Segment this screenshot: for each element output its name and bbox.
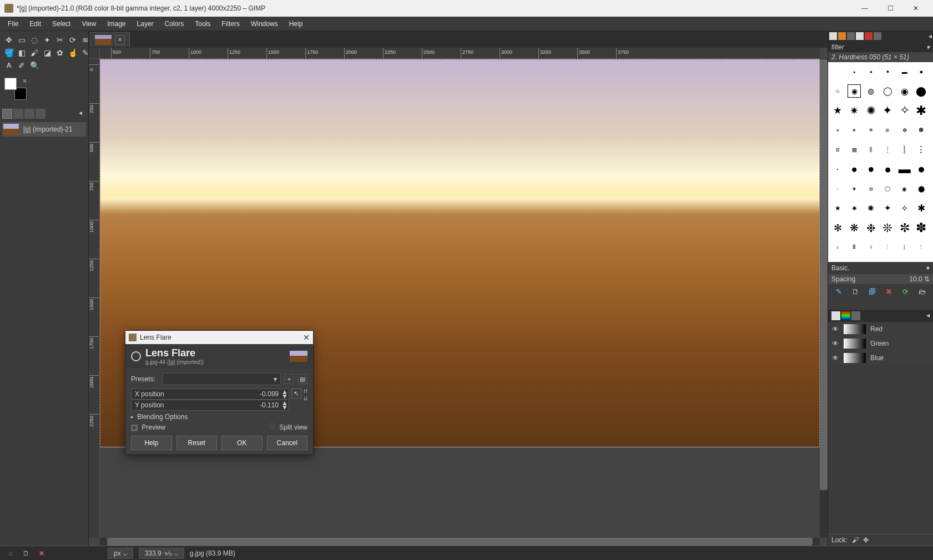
canvas-viewport[interactable] — [100, 59, 820, 538]
ruler-horizontal[interactable]: 5007501000125015001750200022502500275030… — [100, 48, 820, 59]
brush-item[interactable]: ✺ — [865, 202, 877, 214]
tab-close-icon[interactable]: ✕ — [115, 35, 125, 45]
edit-brush-icon[interactable]: ✎ — [834, 286, 844, 296]
image-tab[interactable]: ✕ — [90, 32, 130, 47]
channel-row[interactable]: 👁 Red — [828, 322, 933, 336]
split-view-checkbox[interactable]: Split view — [269, 423, 307, 431]
brush-item[interactable]: ⦙ — [881, 241, 894, 254]
brush-item[interactable]: ● — [848, 163, 860, 175]
brush-item[interactable]: ❊ — [881, 222, 894, 234]
brush-item[interactable]: ● — [881, 65, 894, 78]
brush-item[interactable]: ✦ — [881, 202, 894, 214]
lens-flare-dialog[interactable]: Lens Flare ✕ Lens Flare g.jpg-44 ([g] (i… — [125, 330, 314, 455]
free-select-tool[interactable]: ◌ — [29, 34, 40, 46]
brushes-dock-tab[interactable] — [829, 32, 837, 40]
brush-item[interactable]: ✽ — [915, 222, 927, 234]
manage-preset-icon[interactable]: ▤ — [297, 374, 307, 384]
visibility-icon[interactable]: 👁 — [831, 340, 839, 347]
brush-item[interactable]: ● — [865, 65, 877, 78]
blending-options-expander[interactable]: ▸ Blending Options — [131, 413, 307, 421]
unit-select[interactable]: px⌵ — [108, 548, 133, 559]
open-brush-icon[interactable]: 🗁 — [917, 286, 927, 296]
reset-button[interactable]: Reset — [176, 436, 218, 450]
menu-filters[interactable]: Filters — [216, 18, 245, 30]
lock-pixels-icon[interactable]: 🖌 — [852, 536, 859, 544]
zoom-select[interactable]: 333.9∘⁄₀⌵ — [139, 548, 184, 559]
dialog-titlebar[interactable]: Lens Flare ✕ — [125, 331, 313, 344]
brush-item[interactable]: ◯ — [881, 85, 894, 97]
brush-item[interactable]: ● — [915, 163, 927, 175]
scrollbar-horizontal[interactable] — [100, 538, 820, 546]
fuzzy-select-tool[interactable]: ✦ — [42, 34, 53, 46]
brush-item[interactable]: ⦙ — [881, 144, 894, 156]
menu-windows[interactable]: Windows — [245, 18, 284, 30]
new-brush-icon[interactable]: 🗋 — [850, 286, 860, 296]
brush-item[interactable]: ● — [915, 65, 927, 78]
brush-item[interactable]: ≣ — [848, 241, 860, 254]
dock-menu-arrow[interactable]: ◂ — [926, 311, 930, 320]
paths-tab[interactable] — [851, 311, 860, 320]
brush-item[interactable]: ✧ — [899, 104, 911, 117]
brush-item[interactable]: ⋮ — [915, 144, 927, 156]
tool-options-tab[interactable] — [13, 109, 23, 119]
swap-colors-icon[interactable]: ⤭ — [22, 78, 27, 84]
spinner-arrows[interactable]: ▲▼ — [281, 390, 289, 398]
menu-help[interactable]: Help — [284, 18, 309, 30]
color-picker-tool[interactable]: ✐ — [16, 60, 27, 71]
filter-input[interactable]: filter ▾ — [828, 42, 933, 52]
channel-row[interactable]: 👁 Blue — [828, 351, 933, 365]
lock-position-icon[interactable]: ✥ — [863, 536, 869, 544]
delete-brush-icon[interactable]: ✖ — [884, 286, 894, 296]
brush-grid[interactable]: ·●●●▬●○◉◍◯◉⬤★✷✺✦✧✱✻❋❉❊✼✽≡≣⦀⦙⦚⋮·●●●▬●○◉◍◯… — [828, 62, 933, 262]
ok-button[interactable]: OK — [221, 436, 263, 450]
brush-item[interactable]: ✼ — [899, 222, 911, 234]
channel-row[interactable]: 👁 Green — [828, 336, 933, 351]
dialog-close-icon[interactable]: ✕ — [303, 333, 310, 342]
brush-item[interactable]: ★ — [831, 202, 844, 214]
brush-item[interactable]: ○ — [831, 183, 844, 195]
brush-item[interactable]: ◉ — [899, 85, 911, 97]
brush-item[interactable]: ≡ — [831, 241, 844, 254]
menu-tools[interactable]: Tools — [189, 18, 216, 30]
ruler-vertical[interactable]: 0250500750100012501500175020002250 — [89, 59, 100, 538]
menu-file[interactable]: File — [2, 18, 24, 30]
smudge-tool[interactable]: ☝ — [67, 47, 78, 58]
brushes-tab[interactable] — [36, 109, 46, 119]
layers-tab[interactable] — [831, 311, 840, 320]
brush-item[interactable]: ❋ — [848, 222, 860, 234]
visibility-icon[interactable]: 👁 — [831, 354, 839, 362]
brush-item[interactable]: ≡ — [831, 144, 844, 156]
text-tool[interactable]: A — [3, 60, 14, 71]
brush-item[interactable]: ◉ — [848, 85, 860, 97]
brush-item[interactable]: ✷ — [848, 104, 860, 117]
brush-item[interactable]: ✺ — [865, 104, 877, 117]
refresh-brush-icon[interactable]: ⟳ — [901, 286, 911, 296]
brush-item[interactable]: ◉ — [848, 183, 860, 195]
fonts-dock-tab[interactable] — [847, 32, 855, 40]
link-top-icon[interactable]: ⊓ — [304, 389, 307, 394]
duplicate-brush-icon[interactable]: 🗐 — [867, 286, 877, 296]
brush-item[interactable]: ⦀ — [865, 241, 877, 254]
gradients-dock-tab[interactable] — [865, 32, 873, 40]
brush-item[interactable]: ⦀ — [865, 144, 877, 156]
brush-item[interactable]: ✷ — [848, 202, 860, 214]
brush-tool[interactable]: 🖌 — [29, 47, 40, 58]
menu-layer[interactable]: Layer — [132, 18, 159, 30]
brush-item[interactable]: ◍ — [865, 85, 877, 97]
brush-item[interactable]: ○ — [831, 85, 844, 97]
help-button[interactable]: Help — [131, 436, 172, 450]
move-tool[interactable]: ✥ — [3, 34, 14, 46]
sb-icon-2[interactable]: ✖ — [37, 548, 47, 558]
dock-menu-arrow[interactable]: ◂ — [75, 109, 86, 119]
rect-select-tool[interactable]: ▭ — [16, 34, 27, 46]
brush-spacing-slider[interactable]: Spacing 10.0 ⇅ — [828, 274, 933, 284]
channels-tab[interactable] — [841, 311, 850, 320]
brush-item[interactable]: ✽ — [915, 124, 927, 137]
brush-item[interactable]: ✼ — [899, 124, 911, 137]
brush-item[interactable]: ★ — [831, 104, 844, 117]
brush-item[interactable]: ✦ — [881, 104, 894, 117]
brush-item[interactable]: ⦚ — [899, 241, 911, 254]
brush-item[interactable]: ◉ — [899, 183, 911, 195]
gradient-tool[interactable]: ◧ — [16, 47, 27, 58]
menu-edit[interactable]: Edit — [24, 18, 47, 30]
